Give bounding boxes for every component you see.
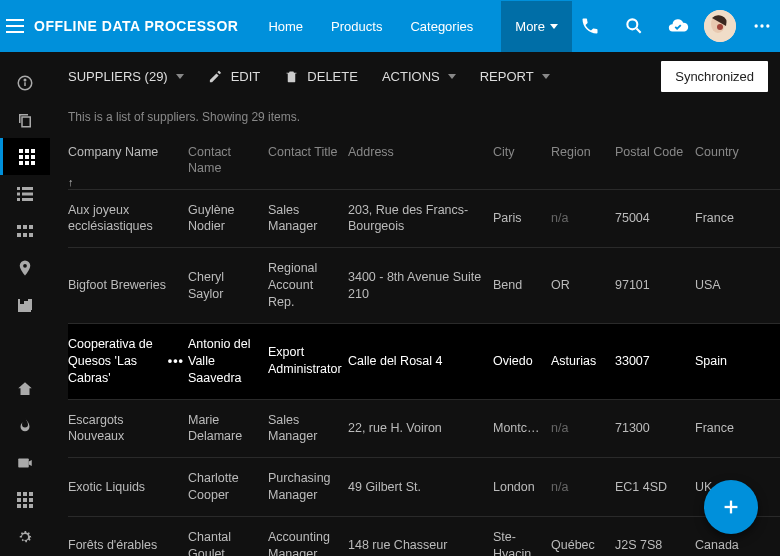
svg-rect-43 xyxy=(29,498,33,502)
cell-company: Exotic Liquids xyxy=(68,467,188,508)
video-icon xyxy=(16,454,34,472)
avatar[interactable] xyxy=(704,10,736,42)
table-row[interactable]: Exotic LiquidsCharlotte CooperPurchasing… xyxy=(68,458,780,517)
svg-rect-32 xyxy=(29,233,33,237)
cell-region: Asturias xyxy=(551,341,615,382)
table-row[interactable]: Aux joyeux ecclésiastiquesGuylène Nodier… xyxy=(68,190,780,249)
cell-address: 203, Rue des Francs-Bourgeois xyxy=(348,190,493,248)
gear-icon xyxy=(16,528,34,546)
list-icon xyxy=(17,186,33,202)
cell-title: Sales Manager xyxy=(268,190,348,248)
sidebar-grid[interactable] xyxy=(0,138,50,175)
cell-city: Montce… xyxy=(493,408,551,449)
sidebar-chart[interactable] xyxy=(0,287,50,324)
svg-rect-39 xyxy=(23,492,27,496)
cell-region: Québec xyxy=(551,525,615,556)
nav-categories[interactable]: Categories xyxy=(410,19,473,34)
cell-title: Export Administrator xyxy=(268,332,348,390)
svg-rect-37 xyxy=(18,459,29,468)
col-country[interactable]: Country xyxy=(695,136,755,189)
chevron-down-icon xyxy=(448,74,456,79)
svg-point-10 xyxy=(24,79,26,81)
nav-more[interactable]: More xyxy=(501,1,572,52)
sidebar-home[interactable] xyxy=(0,370,50,407)
data-grid: Company Name Contact Name Contact Title … xyxy=(68,136,780,556)
add-button[interactable] xyxy=(704,480,758,534)
col-address[interactable]: Address xyxy=(348,136,493,189)
table-row[interactable]: Bigfoot BreweriesCheryl SaylorRegional A… xyxy=(68,248,780,324)
map-pin-icon xyxy=(16,259,34,277)
svg-rect-29 xyxy=(29,225,33,229)
delete-button[interactable]: DELETE xyxy=(284,69,358,84)
table-row[interactable]: Forêts d'érablesChantal GouletAccounting… xyxy=(68,517,780,556)
phone-button[interactable] xyxy=(572,8,608,44)
cloud-check-icon xyxy=(667,15,689,37)
edit-button[interactable]: EDIT xyxy=(208,69,261,84)
sidebar-hot[interactable] xyxy=(0,407,50,444)
svg-rect-27 xyxy=(17,225,21,229)
grid-icon xyxy=(19,149,35,165)
sidebar xyxy=(0,52,50,556)
svg-rect-45 xyxy=(23,504,27,508)
svg-rect-41 xyxy=(17,498,21,502)
col-company[interactable]: Company Name xyxy=(68,136,188,189)
sidebar-video[interactable] xyxy=(0,445,50,482)
sidebar-copy[interactable] xyxy=(0,101,50,138)
svg-point-0 xyxy=(627,19,637,29)
col-contact[interactable]: Contact Name xyxy=(188,136,268,189)
svg-point-5 xyxy=(754,24,757,27)
svg-rect-31 xyxy=(23,233,27,237)
search-button[interactable] xyxy=(616,8,652,44)
sidebar-info[interactable] xyxy=(0,64,50,101)
pencil-icon xyxy=(208,69,223,84)
app-title: OFFLINE DATA PROCESSOR xyxy=(34,18,238,34)
cell-region: n/a xyxy=(551,408,615,449)
sidebar-settings[interactable] xyxy=(0,519,50,556)
cell-contact: Marie Delamare xyxy=(188,400,268,458)
more-menu-button[interactable] xyxy=(744,8,780,44)
search-icon xyxy=(624,16,644,36)
phone-icon xyxy=(580,16,600,36)
table-row[interactable]: Escargots NouveauxMarie DelamareSales Ma… xyxy=(68,400,780,459)
info-icon xyxy=(16,74,34,92)
toolbar: SUPPLIERS (29) EDIT DELETE ACTIONS REPOR… xyxy=(68,52,780,100)
cell-address: 22, rue H. Voiron xyxy=(348,408,493,449)
svg-point-4 xyxy=(717,24,723,30)
svg-rect-36 xyxy=(29,300,31,309)
caption: This is a list of suppliers. Showing 29 … xyxy=(68,100,780,136)
cloud-button[interactable] xyxy=(660,8,696,44)
row-actions-button[interactable]: ••• xyxy=(168,353,184,370)
cell-country: France xyxy=(695,198,755,239)
svg-rect-40 xyxy=(29,492,33,496)
svg-rect-23 xyxy=(17,192,20,195)
actions-button[interactable]: ACTIONS xyxy=(382,69,456,84)
report-button[interactable]: REPORT xyxy=(480,69,550,84)
svg-rect-12 xyxy=(19,149,23,153)
cell-region: n/a xyxy=(551,467,615,508)
sidebar-list[interactable] xyxy=(0,175,50,212)
cell-postal: 33007 xyxy=(615,341,695,382)
cell-postal: 71300 xyxy=(615,408,695,449)
svg-rect-24 xyxy=(22,192,33,195)
cell-postal: J2S 7S8 xyxy=(615,525,695,556)
cell-title: Accounting Manager xyxy=(268,517,348,556)
menu-button[interactable] xyxy=(6,6,24,46)
sidebar-location[interactable] xyxy=(0,250,50,287)
col-title[interactable]: Contact Title xyxy=(268,136,348,189)
cell-contact: Cheryl Saylor xyxy=(188,257,268,315)
home-icon xyxy=(16,380,34,398)
cell-postal: 97101 xyxy=(615,265,695,306)
col-region[interactable]: Region xyxy=(551,136,615,189)
sidebar-apps[interactable] xyxy=(0,482,50,519)
sidebar-grid2[interactable] xyxy=(0,213,50,250)
nav-home[interactable]: Home xyxy=(268,19,303,34)
col-city[interactable]: City xyxy=(493,136,551,189)
col-postal[interactable]: Postal Code xyxy=(615,136,695,189)
grid-icon xyxy=(17,492,33,508)
cell-company: Escargots Nouveaux xyxy=(68,400,188,458)
table-row[interactable]: Cooperativa de Quesos 'Las Cabras'•••Ant… xyxy=(68,324,780,400)
cell-country: France xyxy=(695,408,755,449)
cell-address: 3400 - 8th Avenue Suite 210 xyxy=(348,257,493,315)
toolbar-heading[interactable]: SUPPLIERS (29) xyxy=(68,69,184,84)
nav-products[interactable]: Products xyxy=(331,19,382,34)
